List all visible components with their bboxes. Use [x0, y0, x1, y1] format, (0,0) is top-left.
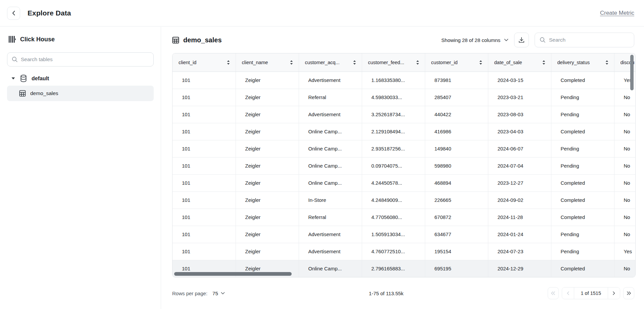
- table-cell: 2024-07-04: [488, 157, 551, 174]
- table-cell: 2023-03-21: [488, 89, 551, 106]
- column-header-customer-feed[interactable]: customer_feed...: [362, 53, 425, 72]
- table-cell: 101: [172, 123, 236, 140]
- table-cell: Zeigler: [236, 174, 299, 191]
- page-stepper: 1 of 1515: [562, 287, 620, 299]
- table-cell: Completed: [551, 191, 614, 209]
- table-cell: 101: [172, 72, 236, 89]
- column-header-label: customer_acq...: [305, 60, 340, 65]
- table-row[interactable]: 101ZeiglerOnline Camp...2.129108494...41…: [172, 123, 636, 140]
- columns-summary-label: Showing 28 of 28 columns: [441, 37, 500, 43]
- table-cell: No: [614, 89, 636, 106]
- sort-arrows-icon: [353, 60, 356, 65]
- table-cell: Zeigler: [236, 72, 299, 89]
- chevron-left-icon: [566, 291, 569, 295]
- table-cell: Completed: [551, 174, 614, 191]
- sort-arrows-icon: [290, 60, 293, 65]
- table-search-box[interactable]: [535, 33, 634, 47]
- table-cell: Online Camp...: [299, 123, 362, 140]
- create-metric-link[interactable]: Create Metric: [600, 10, 634, 16]
- column-header-delivery-status[interactable]: delivery_status: [551, 53, 614, 72]
- table-cell: 4.24450578...: [362, 174, 425, 191]
- table-cell: Online Camp...: [299, 260, 362, 277]
- chevrons-left-icon: [551, 291, 555, 295]
- table-cell: Pending: [551, 89, 614, 106]
- columns-visibility-dropdown[interactable]: Showing 28 of 28 columns: [441, 37, 508, 43]
- table-row[interactable]: 101ZeiglerOnline Camp...0.09704075...598…: [172, 157, 636, 174]
- last-page-button[interactable]: [623, 287, 634, 299]
- table-cell: 2023-12-27: [488, 174, 551, 191]
- table-cell: Completed: [551, 209, 614, 226]
- tables-search-input[interactable]: [21, 56, 149, 62]
- table-cell: No: [614, 191, 636, 209]
- chevron-left-icon: [12, 10, 16, 16]
- table-cell: No: [614, 140, 636, 157]
- table-cell: No: [614, 226, 636, 243]
- table-cell: Zeigler: [236, 226, 299, 243]
- first-page-button[interactable]: [548, 287, 559, 299]
- back-button[interactable]: [7, 7, 20, 20]
- column-header-client-name[interactable]: client_name: [236, 53, 299, 72]
- table-cell: Advertisement: [299, 106, 362, 123]
- table-cell: 2.796165883...: [362, 260, 425, 277]
- table-cell: 101: [172, 89, 236, 106]
- table-cell: 0.09704075...: [362, 157, 425, 174]
- table-row[interactable]: 101ZeiglerAdvertisement4.760772510...195…: [172, 243, 636, 260]
- table-row[interactable]: 101ZeiglerAdvertisement1.168335380...873…: [172, 72, 636, 89]
- table-cell: 416986: [425, 123, 488, 140]
- sort-arrows-icon: [416, 60, 419, 65]
- table-cell: Referral: [299, 89, 362, 106]
- table-cell: Zeigler: [236, 140, 299, 157]
- column-header-customer-id[interactable]: customer_id: [425, 53, 488, 72]
- table-cell: 2024-12-29: [488, 260, 551, 277]
- table-cell: 3.252618734...: [362, 106, 425, 123]
- table-cell: No: [614, 157, 636, 174]
- column-header-label: client_name: [242, 60, 268, 65]
- table-cell: No: [614, 174, 636, 191]
- table-cell: 101: [172, 157, 236, 174]
- main-panel: demo_sales Showing 28 of 28 columns: [161, 27, 644, 309]
- data-table: client_idclient_namecustomer_acq...custo…: [172, 53, 636, 277]
- table-row[interactable]: 101ZeiglerReferral4.59830033...285407202…: [172, 89, 636, 106]
- database-node-default[interactable]: default: [7, 75, 154, 82]
- search-icon: [12, 56, 18, 62]
- search-icon: [540, 37, 546, 43]
- column-header-client-id[interactable]: client_id: [172, 53, 236, 72]
- table-row[interactable]: 101ZeiglerAdvertisement1.505913034...634…: [172, 226, 636, 243]
- table-cell: 2023-08-03: [488, 106, 551, 123]
- table-cell: No: [614, 260, 636, 277]
- table-cell: Zeigler: [236, 157, 299, 174]
- vertical-scrollbar[interactable]: [630, 55, 634, 90]
- column-header-date-of-sale[interactable]: date_of_sale: [488, 53, 551, 72]
- page-indicator: 1 of 1515: [574, 288, 608, 299]
- caret-down-icon: [11, 77, 15, 80]
- table-cell: No: [614, 123, 636, 140]
- download-icon: [518, 37, 525, 43]
- column-header-label: client_id: [179, 60, 196, 65]
- table-row[interactable]: 101ZeiglerOnline Camp...4.24450578...468…: [172, 174, 636, 191]
- sidebar-item-demo-sales[interactable]: demo_sales: [7, 86, 154, 101]
- column-header-customer-acq[interactable]: customer_acq...: [299, 53, 362, 72]
- table-cell: 1.168335380...: [362, 72, 425, 89]
- tables-search-box[interactable]: [7, 52, 154, 67]
- table-cell: No: [614, 106, 636, 123]
- table-row[interactable]: 101ZeiglerIn-Store4.24849009...226665202…: [172, 191, 636, 209]
- table-cell: Zeigler: [236, 123, 299, 140]
- table-search-input[interactable]: [549, 37, 629, 43]
- table-cell: Advertisement: [299, 226, 362, 243]
- table-cell: Zeigler: [236, 191, 299, 209]
- row-range-indicator: 1-75 of 113.55k: [225, 291, 548, 296]
- download-button[interactable]: [514, 33, 529, 47]
- table-toolbar: demo_sales Showing 28 of 28 columns: [172, 27, 634, 53]
- clickhouse-logo-icon: [9, 36, 16, 43]
- rows-per-page-select[interactable]: 75: [212, 291, 225, 296]
- table-row[interactable]: 101ZeiglerOnline Camp...2.935187256...14…: [172, 140, 636, 157]
- table-cell: Zeigler: [236, 209, 299, 226]
- rows-per-page-label: Rows per page:: [172, 291, 207, 296]
- prev-page-button[interactable]: [562, 288, 574, 299]
- horizontal-scrollbar[interactable]: [174, 272, 292, 276]
- sidebar-table-label: demo_sales: [30, 90, 58, 96]
- next-page-button[interactable]: [608, 288, 620, 299]
- table-row[interactable]: 101ZeiglerReferral4.77056080...670872202…: [172, 209, 636, 226]
- column-header-label: date_of_sale: [494, 60, 522, 65]
- table-row[interactable]: 101ZeiglerAdvertisement3.252618734...440…: [172, 106, 636, 123]
